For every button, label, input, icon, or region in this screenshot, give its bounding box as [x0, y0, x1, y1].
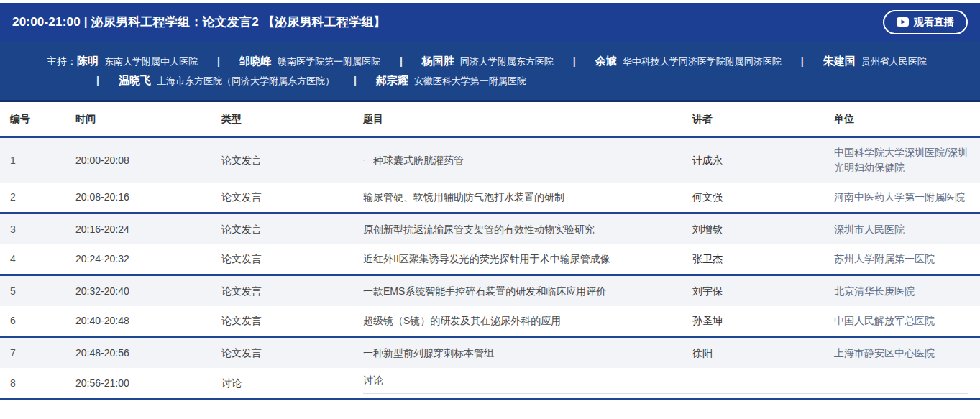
host-affiliation: 东南大学附属中大医院 [104, 56, 198, 67]
cell-title: 原创新型抗返流输尿管支架管的有效性动物实验研究 [363, 215, 692, 244]
host-item: 邹晓峰赣南医学院第一附属医院 [239, 55, 380, 67]
host-item: 朱建国贵州省人民医院 [823, 55, 927, 67]
column-header: 时间 [75, 113, 221, 126]
table-row: 620:40-20:48论文发言超级镜（S镜）的研发及其在泌尿外科的应用孙圣坤中… [0, 306, 980, 338]
column-header: 讲者 [692, 113, 834, 126]
cell-type: 论文发言 [221, 244, 363, 274]
cell-type: 论文发言 [221, 183, 363, 212]
table-row: 220:08-20:16论文发言输尿管硬、软镜用辅助防气泡打水装置的研制何文强河… [0, 183, 980, 214]
cell-number: 5 [10, 277, 75, 306]
host-name: 陈明 [77, 55, 99, 67]
table-row: 120:00-20:08论文发言一种球囊式膀胱灌药管计成永中国科学院大学深圳医院… [0, 138, 980, 183]
column-header: 类型 [221, 113, 363, 126]
table-header-row: 编号时间类型题目讲者单位 [0, 102, 980, 138]
host-name: 余虓 [595, 55, 617, 67]
host-separator: | [354, 71, 357, 90]
cell-unit: 中国科学院大学深圳医院/深圳光明妇幼保健院 [834, 138, 980, 183]
table-row: 720:48-20:56论文发言一种新型前列腺穿刺标本管组徐阳上海市静安区中心医… [0, 338, 980, 368]
cell-speaker: 刘增钦 [692, 215, 834, 244]
cell-unit: 深圳市人民医院 [834, 215, 980, 244]
cell-time: 20:24-20:32 [75, 244, 221, 274]
table-row: 820:56-21:00讨论讨论 [0, 368, 980, 398]
host-separator: | [96, 71, 99, 90]
cell-type: 论文发言 [221, 215, 363, 244]
host-separator: | [400, 52, 403, 70]
cell-title: 一款EMS系统智能手控碎石装置的研发和临床应用评价 [363, 277, 692, 306]
cell-speaker: 何文强 [692, 183, 834, 212]
cell-time: 20:00-20:08 [75, 146, 221, 175]
host-name: 邹晓峰 [239, 55, 272, 67]
host-name: 朱建国 [823, 55, 856, 67]
table-row: 320:16-20:24论文发言原创新型抗返流输尿管支架管的有效性动物实验研究刘… [0, 214, 980, 244]
host-name: 杨国胜 [422, 55, 454, 67]
host-separator: | [217, 52, 220, 70]
cell-time: 20:32-20:40 [75, 277, 221, 306]
cell-number: 3 [10, 215, 75, 244]
cell-time: 20:08-20:16 [75, 183, 221, 212]
host-affiliation: 上海市东方医院（同济大学附属东方医院） [157, 75, 334, 86]
cell-unit: 中国人民解放军总医院 [834, 306, 980, 336]
cell-speaker: 徐阳 [692, 339, 834, 368]
host-item: 杨国胜同济大学附属东方医院 [422, 55, 554, 67]
cell-time: 20:16-20:24 [75, 215, 221, 244]
cell-time: 20:56-21:00 [75, 369, 221, 398]
hosts-label: 主持： [47, 52, 77, 70]
host-item: 陈明东南大学附属中大医院 [77, 55, 198, 67]
host-affiliation: 赣南医学院第一附属医院 [278, 56, 380, 67]
cell-number: 6 [10, 306, 75, 336]
cell-speaker: 计成永 [692, 146, 834, 175]
host-affiliation: 华中科技大学同济医学院附属同济医院 [623, 56, 782, 67]
cell-title: 输尿管硬、软镜用辅助防气泡打水装置的研制 [363, 183, 692, 212]
cell-title: 一种新型前列腺穿刺标本管组 [363, 339, 692, 368]
cell-unit: 河南中医药大学第一附属医院 [834, 183, 980, 212]
host-name: 郝宗耀 [376, 74, 408, 86]
host-item: 温晓飞上海市东方医院（同济大学附属东方医院） [119, 74, 334, 86]
table-row: 520:32-20:40论文发言一款EMS系统智能手控碎石装置的研发和临床应用评… [0, 276, 980, 306]
host-separator: | [801, 52, 804, 70]
cell-time: 20:48-20:56 [75, 339, 221, 368]
cell-type: 论文发言 [221, 306, 363, 336]
cell-title: 超级镜（S镜）的研发及其在泌尿外科的应用 [363, 306, 692, 336]
session-page: 20:00-21:00 | 泌尿男科工程学组：论文发言2 【泌尿男科工程学组】 … [0, 0, 980, 400]
host-affiliation: 同济大学附属东方医院 [460, 56, 554, 67]
host-affiliation: 贵州省人民医院 [861, 56, 927, 67]
cell-title: 一种球囊式膀胱灌药管 [363, 146, 692, 175]
host-affiliation: 安徽医科大学第一附属医院 [414, 75, 526, 86]
hosts-list: 陈明东南大学附属中大医院|邹晓峰赣南医学院第一附属医院|杨国胜同济大学附属东方医… [77, 52, 933, 91]
cell-type: 讨论 [221, 369, 363, 398]
play-video-icon [897, 17, 909, 27]
cell-unit: 苏州大学附属第一医院 [834, 244, 980, 274]
session-title: 20:00-21:00 | 泌尿男科工程学组：论文发言2 【泌尿男科工程学组】 [12, 14, 386, 30]
cell-unit: 上海市静安区中心医院 [834, 339, 980, 368]
cell-discussion-title: 讨论 [363, 368, 980, 398]
cell-number: 1 [10, 146, 75, 175]
cell-number: 8 [10, 369, 75, 398]
cell-title: 近红外II区聚集诱导发光的荧光探针用于术中输尿管成像 [363, 244, 692, 274]
schedule-table: 编号时间类型题目讲者单位 120:00-20:08论文发言一种球囊式膀胱灌药管计… [0, 102, 980, 400]
table-body: 120:00-20:08论文发言一种球囊式膀胱灌药管计成永中国科学院大学深圳医院… [0, 138, 980, 400]
hosts-band: 主持： 陈明东南大学附属中大医院|邹晓峰赣南医学院第一附属医院|杨国胜同济大学附… [0, 41, 980, 102]
host-item: 余虓华中科技大学同济医学院附属同济医院 [595, 55, 782, 67]
discussion-title-text: 讨论 [363, 373, 968, 394]
session-titlebar: 20:00-21:00 | 泌尿男科工程学组：论文发言2 【泌尿男科工程学组】 … [0, 3, 980, 41]
cell-speaker: 张卫杰 [692, 244, 834, 274]
cell-type: 论文发言 [221, 277, 363, 306]
cell-speaker: 孙圣坤 [692, 306, 834, 336]
cell-number: 4 [10, 244, 75, 274]
cell-number: 7 [10, 339, 75, 368]
cell-unit: 北京清华长庚医院 [834, 277, 980, 306]
host-separator: | [573, 52, 576, 70]
cell-type: 论文发言 [221, 146, 363, 175]
watch-live-label: 观看直播 [914, 16, 954, 29]
table-row: 420:24-20:32论文发言近红外II区聚集诱导发光的荧光探针用于术中输尿管… [0, 244, 980, 276]
column-header: 单位 [834, 113, 980, 126]
watch-live-button[interactable]: 观看直播 [883, 10, 968, 34]
host-name: 温晓飞 [119, 74, 151, 86]
cell-number: 2 [10, 183, 75, 212]
host-item: 郝宗耀安徽医科大学第一附属医院 [376, 74, 526, 86]
column-header: 编号 [10, 113, 75, 126]
cell-type: 论文发言 [221, 339, 363, 368]
cell-speaker: 刘宇保 [692, 277, 834, 306]
cell-time: 20:40-20:48 [75, 306, 221, 336]
column-header: 题目 [363, 113, 692, 126]
